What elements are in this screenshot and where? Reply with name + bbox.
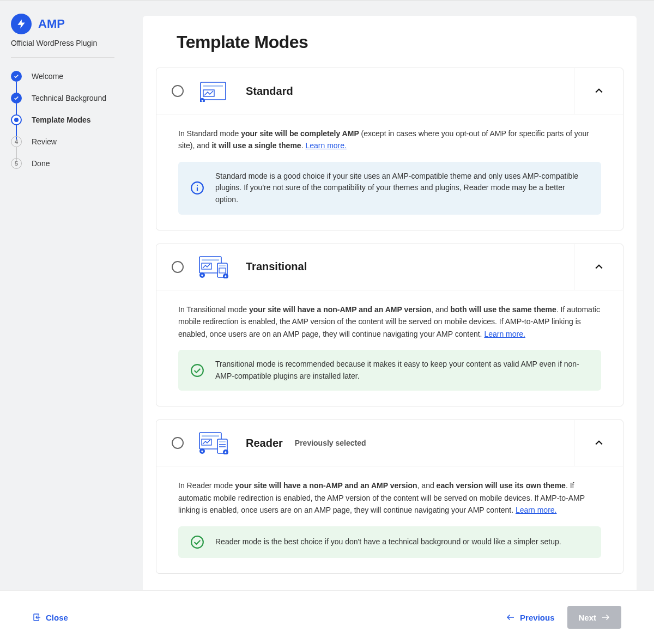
learn-more-link[interactable]: Learn more. bbox=[516, 506, 556, 514]
card-title: Transitional bbox=[246, 260, 307, 273]
info-callout: Standard mode is a good choice if your s… bbox=[178, 162, 601, 215]
brand-subtitle: Official WordPress Plugin bbox=[11, 39, 114, 47]
step-number-icon: 4 bbox=[11, 136, 22, 147]
step-template-modes[interactable]: Template Modes bbox=[11, 109, 114, 131]
callout-text: Standard mode is a good choice if your s… bbox=[215, 171, 589, 206]
step-label: Review bbox=[32, 137, 57, 146]
step-welcome[interactable]: Welcome bbox=[11, 65, 114, 87]
card-body: In Reader mode your site will have a non… bbox=[156, 466, 623, 573]
chevron-up-icon bbox=[594, 438, 604, 448]
arrow-right-icon bbox=[601, 612, 610, 622]
next-button[interactable]: Next bbox=[567, 606, 621, 622]
card-header: Standard bbox=[156, 68, 623, 114]
step-list: Welcome Technical Background Template Mo… bbox=[11, 65, 114, 174]
card-body: In Transitional mode your site will have… bbox=[156, 290, 623, 406]
exit-icon bbox=[33, 613, 41, 622]
mode-card-reader: Reader Previously selected In Reader mod… bbox=[156, 420, 623, 573]
card-title: Standard bbox=[246, 85, 293, 98]
chevron-up-icon bbox=[594, 86, 604, 96]
mode-description: In Transitional mode your site will have… bbox=[178, 303, 601, 340]
brand: AMP bbox=[11, 14, 114, 34]
svg-point-15 bbox=[191, 364, 203, 376]
standard-mode-icon bbox=[199, 80, 229, 102]
close-button[interactable]: Close bbox=[33, 613, 68, 622]
step-technical[interactable]: Technical Background bbox=[11, 87, 114, 109]
collapse-toggle[interactable] bbox=[574, 420, 623, 466]
footer: Close Previous Next bbox=[0, 590, 654, 622]
mode-card-transitional: Transitional In Transitional mode your s… bbox=[156, 244, 623, 407]
radio-reader[interactable] bbox=[172, 437, 184, 449]
transitional-mode-icon bbox=[199, 256, 229, 278]
card-header: Transitional bbox=[156, 244, 623, 290]
svg-point-25 bbox=[191, 536, 203, 548]
info-icon bbox=[190, 181, 204, 195]
success-callout: Transitional mode is recommended because… bbox=[178, 350, 601, 391]
divider bbox=[11, 57, 114, 58]
svg-rect-11 bbox=[219, 265, 226, 266]
check-circle-icon bbox=[190, 535, 204, 549]
svg-point-6 bbox=[197, 185, 198, 186]
reader-mode-icon bbox=[199, 432, 229, 454]
callout-text: Transitional mode is recommended because… bbox=[215, 359, 589, 382]
check-icon bbox=[11, 93, 22, 104]
mode-card-standard: Standard In Standard mode your site will… bbox=[156, 68, 623, 230]
mode-description: In Reader mode your site will have a non… bbox=[178, 479, 601, 516]
arrow-left-icon bbox=[506, 612, 516, 622]
check-circle-icon bbox=[190, 363, 204, 378]
step-review[interactable]: 4 Review bbox=[11, 131, 114, 153]
svg-rect-17 bbox=[202, 435, 219, 437]
card-body: In Standard mode your site will be compl… bbox=[156, 114, 623, 230]
learn-more-link[interactable]: Learn more. bbox=[305, 141, 346, 150]
step-done[interactable]: 5 Done bbox=[11, 153, 114, 174]
collapse-toggle[interactable] bbox=[574, 244, 623, 290]
step-label: Technical Background bbox=[32, 94, 106, 102]
svg-rect-20 bbox=[219, 441, 226, 442]
card-header: Reader Previously selected bbox=[156, 420, 623, 466]
brand-title: AMP bbox=[38, 17, 65, 31]
step-label: Welcome bbox=[32, 72, 63, 81]
chevron-up-icon bbox=[594, 262, 604, 272]
collapse-toggle[interactable] bbox=[574, 68, 623, 114]
step-number-icon: 5 bbox=[11, 158, 22, 169]
callout-text: Reader mode is the best choice if you do… bbox=[215, 536, 561, 548]
success-callout: Reader mode is the best choice if you do… bbox=[178, 526, 601, 558]
check-icon bbox=[11, 71, 22, 82]
amp-logo-icon bbox=[11, 14, 32, 34]
card-title: Reader bbox=[246, 437, 283, 449]
learn-more-link[interactable]: Learn more. bbox=[484, 330, 525, 338]
radio-transitional[interactable] bbox=[172, 261, 184, 273]
step-label: Template Modes bbox=[32, 116, 91, 124]
previously-selected-badge: Previously selected bbox=[295, 439, 366, 447]
page-title: Template Modes bbox=[177, 32, 623, 52]
mode-description: In Standard mode your site will be compl… bbox=[178, 127, 601, 152]
sidebar: AMP Official WordPress Plugin Welcome Te… bbox=[0, 1, 125, 622]
radio-active-icon bbox=[11, 114, 22, 125]
main-content: Template Modes Standard In Standard mode… bbox=[125, 1, 654, 622]
svg-rect-1 bbox=[203, 85, 223, 87]
previous-button[interactable]: Previous bbox=[506, 612, 554, 622]
svg-rect-8 bbox=[202, 259, 219, 261]
step-label: Done bbox=[32, 159, 50, 168]
radio-standard[interactable] bbox=[172, 85, 184, 97]
